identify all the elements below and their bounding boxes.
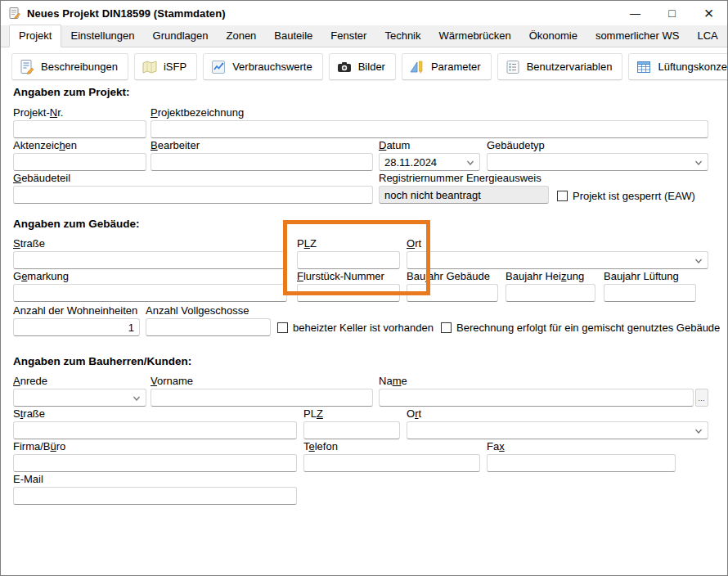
baujahr-gebaeude-input[interactable] [407,285,497,301]
baujahr-lueftung-input[interactable] [604,285,695,301]
bauherr-ort-label: Ort [407,407,708,420]
section-heading-projekt: Angaben zum Projekt: [13,86,130,98]
bearbeiter-label: Bearbeiter [151,139,373,151]
gebaeude-plz-label: PLZ [297,237,400,250]
name-more-button[interactable]: … [695,389,708,407]
tab-waermebruecken[interactable]: Wärmebrücken [430,25,520,47]
section-heading-gebaeude: Angaben zum Gebäude: [13,218,140,230]
datum-label: Datum [379,139,480,151]
registriernummer-input [380,187,548,203]
app-window: Neues Projekt DIN18599 (Stammdaten) — □ … [0,0,728,576]
aktenzeichen-label: Aktenzeichen [13,139,146,151]
bauherr-strasse-field [13,421,297,439]
tab-oekonomie[interactable]: Ökonomie [520,25,586,47]
keller-checkbox[interactable]: beheizter Keller ist vorhanden [277,322,434,334]
gebaeudeteil-input[interactable] [14,187,372,203]
bauherr-strasse-label: Straße [13,407,297,420]
vollgeschosse-label: Anzahl Vollgeschosse [146,304,271,317]
fax-field [487,454,676,472]
name-label: Name [379,375,694,387]
email-field [13,487,297,505]
lueftungskonzept-button[interactable]: Lüftungskonzept [628,53,728,80]
tab-sommerlicher-ws[interactable]: sommerlicher WS [586,25,689,47]
aktenzeichen-input[interactable] [14,154,146,170]
gebaeudeteil-field [13,186,373,204]
baujahr-gebaeude-label: Baujahr Gebäude [407,270,498,282]
vorname-field [151,389,373,407]
projekt-gesperrt-checkbox[interactable]: Projekt ist gesperrt (EAW) [557,190,695,202]
telefon-field [303,454,480,472]
bauherr-ort-select[interactable] [407,421,708,439]
telefon-label: Telefon [303,440,480,452]
isfp-button[interactable]: iSFP [134,53,197,80]
vollgeschosse-field [146,318,271,336]
title-bar: Neues Projekt DIN18599 (Stammdaten) — □ … [1,1,727,25]
tab-technik[interactable]: Technik [375,25,429,47]
fax-input[interactable] [488,455,675,471]
baujahr-heizung-field [506,284,595,302]
anrede-select[interactable] [13,389,146,407]
bearbeiter-field [151,153,373,171]
gebaeude-strasse-label: Straße [13,237,287,250]
baujahr-lueftung-field [604,284,696,302]
name-input[interactable] [380,389,693,406]
baujahr-heizung-input[interactable] [506,285,595,301]
benutzervariablen-button[interactable]: Benutzervariablen [497,53,623,80]
baujahr-gebaeude-field [407,284,498,302]
gebaeude-strasse-input[interactable] [14,252,286,268]
bauherr-ort-input[interactable] [407,422,708,439]
tab-fenster[interactable]: Fenster [321,25,375,47]
bauherr-strasse-input[interactable] [14,422,296,439]
email-label: E-Mail [13,473,297,485]
camera-icon [336,59,353,75]
close-button[interactable]: × [690,1,727,25]
projektbezeichnung-input[interactable] [151,121,708,137]
fax-label: Fax [487,440,676,452]
name-field [379,389,694,407]
wohneinheiten-input[interactable] [14,319,139,335]
tab-grundlagen[interactable]: Grundlagen [144,25,218,47]
gebaeudeteil-label: Gebäudeteil [13,172,373,184]
bilder-button[interactable]: Bilder [329,53,396,80]
checkbox-box [557,191,568,201]
projektbezeichnung-label: Projektbezeichnung [151,106,708,119]
tab-einstellungen[interactable]: Einstellungen [61,25,143,47]
maximize-button[interactable]: □ [654,1,690,25]
parameter-button[interactable]: Parameter [402,53,492,80]
gebaeude-strasse-field [13,251,287,269]
table-icon [636,59,652,75]
gebaeude-plz-input[interactable] [298,252,399,268]
gemarkung-input[interactable] [14,285,286,301]
gebaeudetyp-select[interactable] [487,153,708,171]
document-pencil-icon [19,59,35,75]
tab-zonen[interactable]: Zonen [217,25,265,47]
flurstueck-field [297,284,400,302]
flurstueck-input[interactable] [298,285,399,301]
gemarkung-label: Gemarkung [13,270,287,282]
gemischt-genutzt-checkbox[interactable]: Berechnung erfolgt für ein gemischt genu… [441,322,720,334]
datum-select[interactable] [379,153,480,171]
gebaeude-ort-select[interactable] [407,251,708,269]
beschreibungen-button[interactable]: Beschreibungen [11,53,128,80]
gebaeudetyp-input[interactable] [488,154,708,170]
anrede-input[interactable] [14,389,146,406]
gebaeude-ort-label: Ort [407,237,708,250]
gebaeude-ort-input[interactable] [407,252,708,268]
verbrauchswerte-button[interactable]: Verbrauchswerte [203,53,323,80]
email-input[interactable] [14,488,296,504]
projekt-nr-field [13,120,146,138]
projekt-nr-input[interactable] [14,121,146,137]
gebaeudetyp-label: Gebäudetyp [487,139,708,151]
tab-lca[interactable]: LCA [688,25,726,47]
vollgeschosse-input[interactable] [146,319,270,335]
bauherr-plz-input[interactable] [304,422,399,439]
bearbeiter-input[interactable] [151,154,372,170]
vorname-input[interactable] [151,389,372,406]
tab-bar: Projekt Einstellungen Grundlagen Zonen B… [1,25,727,47]
firma-input[interactable] [14,455,296,471]
tab-projekt[interactable]: Projekt [9,25,61,47]
datum-input[interactable] [380,154,479,170]
telefon-input[interactable] [304,455,479,471]
tab-bauteile[interactable]: Bauteile [265,25,321,47]
minimize-button[interactable]: — [617,1,654,25]
